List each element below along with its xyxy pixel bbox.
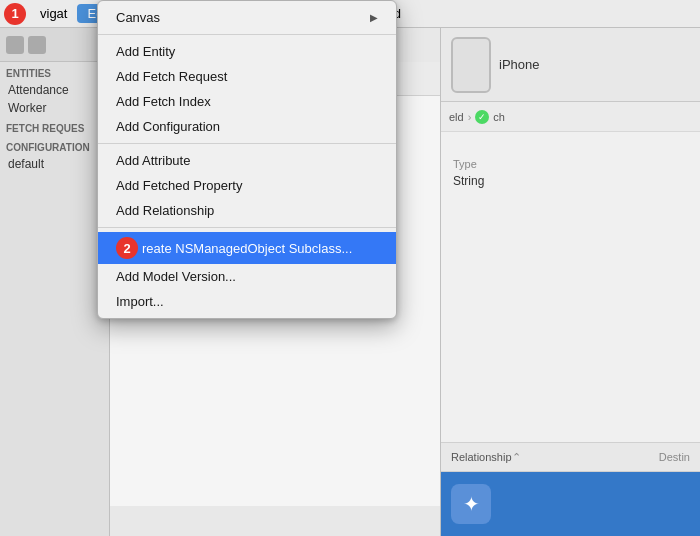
config-default[interactable]: default: [0, 155, 109, 173]
xcode-bottom-row: ✦: [441, 472, 700, 536]
menu-item-create-nsmanagedobject[interactable]: 2 reate NSManagedObject Subclass...: [98, 232, 396, 264]
xcode-logo-icon: ✦: [451, 484, 491, 524]
fetch-requests-section-label: FETCH REQUES: [0, 117, 109, 136]
type-section: Type String: [441, 148, 700, 198]
type-label: Type: [453, 158, 688, 170]
left-panel-toolbar: [0, 28, 109, 62]
relationship-label: Relationship: [451, 451, 512, 463]
menu-item-add-relationship[interactable]: Add Relationship: [98, 198, 396, 223]
menu-item-add-fetched-property[interactable]: Add Fetched Property: [98, 173, 396, 198]
import-label: Import...: [116, 294, 164, 309]
breadcrumb-arrow-icon: ›: [468, 111, 472, 123]
add-attribute-label: Add Attribute: [116, 153, 190, 168]
step1-badge: 1: [4, 3, 26, 25]
add-fetched-property-label: Add Fetched Property: [116, 178, 242, 193]
menu-item-add-model-version[interactable]: Add Model Version...: [98, 264, 396, 289]
canvas-label: Canvas: [116, 10, 160, 25]
menu-item-import[interactable]: Import...: [98, 289, 396, 314]
add-relationship-label: Add Relationship: [116, 203, 214, 218]
menu-item-add-fetch-request[interactable]: Add Fetch Request: [98, 64, 396, 89]
sort-icon: ⌃: [512, 451, 521, 464]
add-entity-label: Add Entity: [116, 44, 175, 59]
destination-label: Destin: [659, 451, 690, 463]
add-configuration-label: Add Configuration: [116, 119, 220, 134]
editor-dropdown-menu: Canvas Add Entity Add Fetch Request Add …: [97, 0, 397, 319]
add-fetch-request-label: Add Fetch Request: [116, 69, 227, 84]
menu-item-add-fetch-index[interactable]: Add Fetch Index: [98, 89, 396, 114]
iphone-icon: [451, 37, 491, 93]
nav-back-icon[interactable]: [6, 36, 24, 54]
breadcrumb-ch: ch: [493, 111, 505, 123]
step2-badge: 2: [116, 237, 138, 259]
entities-section-label: ENTITIES: [0, 62, 109, 81]
separator-2: [98, 143, 396, 144]
entity-worker[interactable]: Worker: [0, 99, 109, 117]
right-panel: iPhone eld › ✓ ch Type String Relationsh…: [440, 28, 700, 536]
breadcrumb-eld: eld: [449, 111, 464, 123]
iphone-area: iPhone: [441, 28, 700, 102]
configuration-section-label: CONFIGURATION: [0, 136, 109, 155]
menu-item-vigat[interactable]: vigat: [30, 4, 77, 23]
right-panel-breadcrumb: eld › ✓ ch: [441, 102, 700, 132]
nav-folder-icon[interactable]: [28, 36, 46, 54]
separator-1: [98, 34, 396, 35]
type-value: String: [453, 174, 688, 188]
create-nsmanagedobject-label: reate NSManagedObject Subclass...: [142, 241, 352, 256]
iphone-label: iPhone: [499, 57, 539, 72]
menu-item-canvas[interactable]: Canvas: [98, 5, 396, 30]
separator-3: [98, 227, 396, 228]
checkmark-icon: ✓: [475, 110, 489, 124]
left-panel: ENTITIES Attendance Worker FETCH REQUES …: [0, 28, 110, 536]
entity-attendance[interactable]: Attendance: [0, 81, 109, 99]
add-model-version-label: Add Model Version...: [116, 269, 236, 284]
menu-item-add-configuration[interactable]: Add Configuration: [98, 114, 396, 139]
menu-item-add-attribute[interactable]: Add Attribute: [98, 148, 396, 173]
relationship-bar: Relationship ⌃ Destin: [441, 442, 700, 472]
add-fetch-index-label: Add Fetch Index: [116, 94, 211, 109]
menu-item-add-entity[interactable]: Add Entity: [98, 39, 396, 64]
create-nsmanagedobject-content: 2 reate NSManagedObject Subclass...: [116, 237, 352, 259]
